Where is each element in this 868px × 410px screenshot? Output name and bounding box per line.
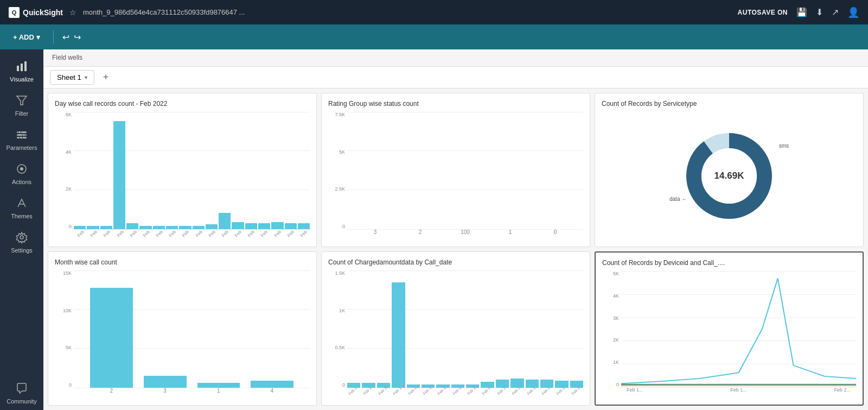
- chart1-xaxis: Feb 1... Feb 2... Feb 3... Feb 1... Feb …: [74, 229, 310, 240]
- donut-container: 14.69K sms data ←: [602, 112, 857, 240]
- sidebar-item-settings[interactable]: Settings: [0, 225, 43, 259]
- settings-icon: [16, 231, 28, 245]
- dashboard-grid: Day wise call records count - Feb 2022: [43, 89, 868, 410]
- chart1-title: Day wise call records count - Feb 2022: [55, 100, 310, 108]
- app-name: QuickSight: [23, 8, 63, 17]
- chart-deviceid-call[interactable]: Count of Records by Deviceid and Call_..…: [595, 251, 864, 406]
- svg-rect-1: [21, 64, 23, 71]
- topbar-left: Q QuickSight ☆ month_9_986d564e4ca731112…: [9, 7, 245, 18]
- chart1-yaxis: 6K 4K 2K 0: [55, 112, 74, 229]
- sheet-tab-1[interactable]: Sheet 1 ▾: [50, 70, 94, 85]
- sidebar-item-community[interactable]: Community: [0, 376, 43, 410]
- autosave-status: AUTOSAVE ON: [738, 9, 788, 16]
- main-layout: Visualize Filter Parameters: [0, 49, 868, 410]
- svg-point-11: [20, 167, 23, 171]
- svg-rect-2: [24, 61, 27, 71]
- save-icon-button[interactable]: 💾: [796, 7, 807, 17]
- app-logo: Q QuickSight: [9, 7, 63, 18]
- logo-icon: Q: [9, 7, 20, 18]
- donut-center-value: 14.69K: [714, 171, 744, 181]
- download-icon-button[interactable]: ⬇: [816, 7, 823, 17]
- chart6-body: 5K 4K 3K 2K 1K 0: [602, 271, 856, 398]
- sidebar-item-parameters[interactable]: Parameters: [0, 122, 43, 156]
- donut-data-arrow: ←: [681, 196, 687, 202]
- svg-point-7: [18, 131, 21, 134]
- svg-point-13: [20, 236, 23, 239]
- toolbar-separator: [53, 30, 54, 43]
- redo-button[interactable]: ↪: [74, 32, 81, 42]
- chart-chargedamount[interactable]: Count of Chargedamountdata by Call_date …: [321, 251, 590, 406]
- add-sheet-button[interactable]: +: [99, 71, 113, 84]
- field-wells-label: Field wells: [52, 54, 82, 61]
- svg-point-9: [20, 136, 23, 139]
- chart-month-wise-call[interactable]: Month wise call count 15K 10K 5K 0: [48, 251, 317, 406]
- chart3-body: 14.69K sms data ←: [602, 112, 857, 240]
- actions-icon: [16, 163, 28, 176]
- sidebar-themes-label: Themes: [11, 213, 33, 219]
- sidebar: Visualize Filter Parameters: [0, 49, 43, 410]
- chart4-body: 15K 10K 5K 0: [55, 270, 310, 399]
- chart6-title: Count of Records by Deviceid and Call_..…: [602, 259, 856, 267]
- sheet-tab-chevron-icon: ▾: [85, 74, 87, 80]
- sidebar-parameters-label: Parameters: [7, 144, 37, 151]
- add-label: + ADD: [13, 33, 34, 41]
- chart5-title: Count of Chargedamountdata by Call_date: [328, 258, 583, 266]
- svg-point-8: [23, 134, 25, 136]
- donut-sms-label: sms: [779, 143, 789, 149]
- sheet-tab-label: Sheet 1: [57, 73, 81, 81]
- svg-rect-0: [17, 66, 19, 71]
- field-wells-bar: Field wells: [43, 49, 868, 67]
- chart-servicetype[interactable]: Count of Records by Servicetype: [595, 93, 864, 247]
- sidebar-item-visualize[interactable]: Visualize: [0, 54, 43, 88]
- favorite-icon[interactable]: ☆: [69, 8, 76, 17]
- chart1-body: 6K 4K 2K 0: [55, 112, 310, 240]
- sidebar-community-label: Community: [7, 398, 37, 405]
- add-button[interactable]: + ADD ▾: [9, 31, 44, 43]
- chart2-body: 7.5K 5K 2.5K 0: [328, 112, 583, 240]
- visualize-icon: [16, 60, 28, 74]
- topbar: Q QuickSight ☆ month_9_986d564e4ca731112…: [0, 0, 868, 24]
- sidebar-filter-label: Filter: [15, 110, 28, 117]
- document-title: month_9_986d564e4ca731112c50933fd9876647…: [83, 8, 245, 16]
- sidebar-item-themes[interactable]: Themes: [0, 191, 43, 225]
- donut-data-label: data ←: [669, 196, 687, 202]
- toolbar: + ADD ▾ ↩ ↪: [0, 24, 868, 49]
- sidebar-item-actions[interactable]: Actions: [0, 156, 43, 191]
- parameters-icon: [16, 129, 28, 142]
- sidebar-visualize-label: Visualize: [10, 76, 34, 83]
- chart4-title: Month wise call count: [55, 258, 310, 266]
- chart1-bar-chart: 6K 4K 2K 0: [55, 112, 310, 240]
- filter-icon: [16, 94, 28, 108]
- undo-redo-group: ↩ ↪: [62, 32, 81, 42]
- themes-icon: [16, 197, 28, 211]
- chart3-title: Count of Records by Servicetype: [602, 100, 857, 108]
- share-icon-button[interactable]: ↗: [832, 7, 839, 17]
- topbar-right: AUTOSAVE ON 💾 ⬇ ↗ 👤: [738, 7, 859, 18]
- sidebar-settings-label: Settings: [11, 247, 33, 254]
- add-chevron-icon: ▾: [36, 33, 40, 41]
- chart5-body: 1.5K 1K 0.5K 0: [328, 270, 583, 399]
- chart-rating-group[interactable]: Rating Group wise status count 7.5K 5K 2…: [321, 93, 590, 247]
- chart-day-wise-call-records[interactable]: Day wise call records count - Feb 2022: [48, 93, 317, 247]
- content-area: Field wells Sheet 1 ▾ + Day wise call re…: [43, 49, 868, 410]
- sidebar-actions-label: Actions: [12, 179, 31, 185]
- sidebar-item-filter[interactable]: Filter: [0, 88, 43, 122]
- chart2-title: Rating Group wise status count: [328, 100, 583, 108]
- user-icon[interactable]: 👤: [847, 7, 859, 18]
- undo-button[interactable]: ↩: [62, 32, 69, 42]
- community-icon: [16, 382, 28, 396]
- svg-marker-3: [17, 96, 27, 105]
- donut-data-text: data: [669, 196, 680, 202]
- chart1-bars: [74, 112, 310, 229]
- sheet-tabs: Sheet 1 ▾ +: [43, 67, 868, 89]
